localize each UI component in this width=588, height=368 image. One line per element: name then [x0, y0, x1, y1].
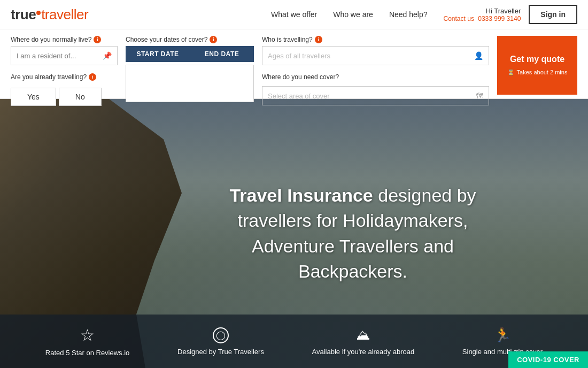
feature-reviews-label: Rated 5 Star on Reviews.io — [45, 349, 130, 357]
logo[interactable]: truetraveller — [11, 6, 88, 23]
star-icon: ☆ — [80, 326, 95, 344]
feature-reviews: ☆ Rated 5 Star on Reviews.io — [45, 326, 130, 357]
cover-area-label: Where do you need cover? — [262, 73, 489, 81]
cover-placeholder: Select area of cover — [268, 92, 330, 100]
yes-button[interactable]: Yes — [11, 88, 56, 106]
who-label: Who is travelling? i — [262, 36, 489, 43]
residence-input[interactable] — [17, 52, 103, 60]
residence-input-wrapper: 📌 — [11, 46, 118, 65]
logo-true: true — [11, 6, 36, 22]
hero-title-bold: Travel Insurance — [229, 185, 373, 205]
hiker-icon: 🏃 — [494, 327, 511, 343]
features-bar: ☆ Rated 5 Star on Reviews.io ◯ Designed … — [0, 315, 588, 368]
who-group: Who is travelling? i Ages of all travell… — [262, 36, 489, 105]
residence-group: Where do you normally live? i 📌 Are you … — [11, 36, 118, 106]
nav-what-offer[interactable]: What we offer — [271, 10, 317, 19]
ages-input-wrapper[interactable]: Ages of all travellers 👤 — [262, 46, 489, 65]
get-quote-button[interactable]: Get my quote ⏳ Takes about 2 mins — [497, 36, 577, 95]
nav-need-help[interactable]: Need help? — [389, 10, 428, 19]
travelling-info-icon[interactable]: i — [89, 73, 96, 81]
quote-btn-label: Get my quote — [510, 54, 564, 65]
dates-group: Choose your dates of cover? i START DATE… — [126, 36, 254, 102]
header: truetraveller What we offer Who we are N… — [0, 0, 588, 29]
location-icon: 📌 — [103, 51, 112, 60]
greeting-text: Hi Traveller — [486, 7, 521, 15]
end-date-tab[interactable]: END DATE — [190, 46, 254, 62]
hero-text: Travel Insurance designed by travellers … — [206, 182, 500, 284]
start-date-tab[interactable]: START DATE — [126, 46, 190, 62]
already-travelling-label: Are you already travelling? i — [11, 73, 118, 81]
mountain-icon: ⛰ — [356, 327, 370, 343]
main-nav: What we offer Who we are Need help? — [271, 10, 427, 19]
ages-placeholder: Ages of all travellers — [268, 52, 330, 60]
feature-designed-label: Designed by True Travellers — [177, 348, 264, 356]
date-calendar[interactable] — [126, 65, 254, 102]
feature-designed: ◯ Designed by True Travellers — [177, 327, 264, 356]
nav-who-are[interactable]: Who we are — [333, 10, 373, 19]
residence-info-icon[interactable]: i — [94, 36, 101, 43]
hero-title: Travel Insurance designed by travellers … — [206, 182, 500, 284]
map-icon: 🗺 — [476, 91, 483, 100]
logo-traveller: traveller — [41, 6, 88, 22]
header-user-info: Hi Traveller Contact us 0333 999 3140 — [444, 7, 521, 22]
dates-label: Choose your dates of cover? i — [126, 36, 254, 43]
hero-section: Travel Insurance designed by travellers … — [0, 99, 588, 368]
person-icon: 👤 — [474, 51, 483, 60]
cover-area-input-wrapper[interactable]: Select area of cover 🗺 — [262, 86, 489, 105]
date-tabs: START DATE END DATE — [126, 46, 254, 62]
no-button[interactable]: No — [59, 88, 102, 106]
feature-abroad: ⛰ Available if you're already abroad — [312, 327, 415, 356]
quote-form-bar: Where do you normally live? i 📌 Are you … — [0, 29, 588, 99]
contact-phone[interactable]: 0333 999 3140 — [478, 15, 521, 22]
feature-abroad-label: Available if you're already abroad — [312, 348, 415, 356]
who-info-icon[interactable]: i — [315, 36, 322, 43]
sign-in-button[interactable]: Sign in — [529, 5, 577, 24]
compass-icon: ◯ — [213, 327, 229, 343]
covid-badge[interactable]: COVID-19 COVER — [508, 351, 588, 368]
clock-icon: ⏳ — [507, 68, 515, 76]
quote-time: ⏳ Takes about 2 mins — [507, 68, 568, 76]
dates-info-icon[interactable]: i — [210, 36, 217, 43]
contact-label: Contact us — [444, 15, 474, 22]
residence-label: Where do you normally live? i — [11, 36, 118, 43]
yes-no-group: Yes No — [11, 88, 118, 106]
contact-info: Contact us 0333 999 3140 — [444, 15, 521, 22]
